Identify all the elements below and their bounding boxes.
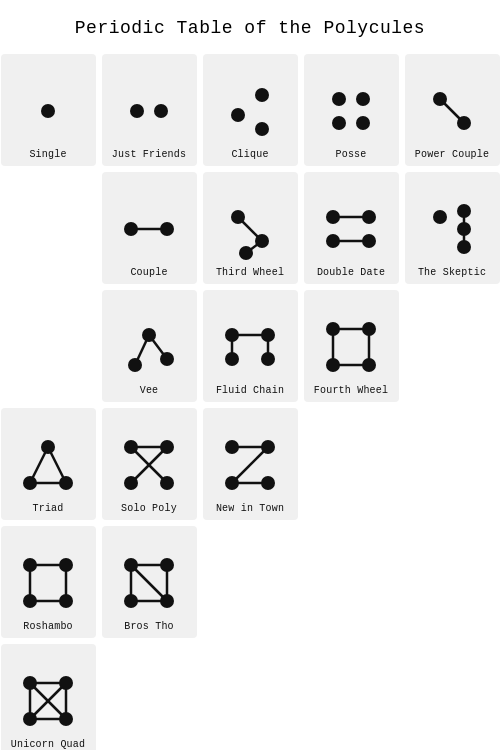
svg-point-62 [160,440,174,454]
diagram-power-couple [418,77,486,145]
cell-unicorn-quad: Unicorn Quad [1,644,96,750]
cell-vee: Vee [102,290,197,402]
diagram-vee [115,313,183,381]
cell-third-wheel: Third Wheel [203,172,298,284]
diagram-triad [14,431,82,499]
svg-point-48 [326,322,340,336]
svg-point-11 [433,92,447,106]
page-title: Periodic Table of the Polycules [75,18,425,38]
diagram-fourth-wheel [317,313,385,381]
svg-point-63 [124,476,138,490]
empty-r3c1 [1,290,96,402]
empty-r5c2 [405,408,500,520]
svg-point-40 [225,328,239,342]
label-bros-tho: Bros Tho [124,621,174,632]
cell-fourth-wheel: Fourth Wheel [304,290,399,402]
svg-point-1 [130,104,144,118]
diagram-new-in-town [216,431,284,499]
svg-point-3 [255,88,269,102]
svg-point-25 [326,234,340,248]
svg-point-23 [326,210,340,224]
diagram-couple [115,195,183,263]
svg-point-61 [124,440,138,454]
diagram-clique [216,77,284,145]
cell-the-skeptic: The Skeptic [405,172,500,284]
svg-point-79 [23,594,37,608]
empty-r6c1 [203,526,298,638]
svg-point-19 [255,234,269,248]
label-fluid-chain: Fluid Chain [216,385,284,396]
svg-point-57 [59,476,73,490]
label-third-wheel: Third Wheel [216,267,284,278]
cell-new-in-town: New in Town [203,408,298,520]
label-solo-poly: Solo Poly [121,503,177,514]
label-roshambo: Roshambo [23,621,73,632]
diagram-just-friends [115,77,183,145]
label-posse: Posse [335,149,366,160]
label-couple: Couple [130,267,167,278]
svg-point-69 [261,440,275,454]
svg-point-49 [362,322,376,336]
svg-point-18 [231,210,245,224]
svg-point-12 [457,116,471,130]
svg-point-85 [124,558,138,572]
cell-clique: Clique [203,54,298,166]
svg-line-84 [131,565,167,601]
empty-r4c1 [405,290,500,402]
cell-couple: Couple [102,172,197,284]
svg-point-51 [362,358,376,372]
cell-solo-poly: Solo Poly [102,408,197,520]
diagram-single [14,77,82,145]
cell-roshambo: Roshambo [1,526,96,638]
svg-point-20 [239,246,253,260]
label-double-date: Double Date [317,267,385,278]
svg-point-0 [41,104,55,118]
svg-point-97 [59,712,73,726]
svg-point-95 [23,676,37,690]
svg-point-78 [59,594,73,608]
empty-r2c1 [1,172,96,284]
svg-point-34 [142,328,156,342]
svg-point-8 [332,116,346,130]
cell-bros-tho: Bros Tho [102,526,197,638]
svg-point-7 [356,92,370,106]
label-clique: Clique [231,149,268,160]
svg-point-77 [59,558,73,572]
cell-single: Single [1,54,96,166]
label-unicorn-quad: Unicorn Quad [11,739,85,750]
svg-point-30 [457,222,471,236]
cell-power-couple: Power Couple [405,54,500,166]
svg-point-28 [433,210,447,224]
diagram-roshambo [14,549,82,617]
empty-r6c2 [304,526,399,638]
empty-r5c1 [304,408,399,520]
label-fourth-wheel: Fourth Wheel [314,385,388,396]
svg-point-35 [128,358,142,372]
svg-point-9 [356,116,370,130]
label-single: Single [29,149,66,160]
svg-point-42 [225,352,239,366]
cell-fluid-chain: Fluid Chain [203,290,298,402]
cell-triad: Triad [1,408,96,520]
diagram-the-skeptic [418,195,486,263]
diagram-solo-poly [115,431,183,499]
diagram-fluid-chain [216,313,284,381]
svg-point-15 [160,222,174,236]
diagram-unicorn-quad [14,667,82,735]
label-just-friends: Just Friends [112,149,186,160]
svg-point-88 [124,594,138,608]
svg-point-87 [160,594,174,608]
diagram-posse [317,77,385,145]
diagram-third-wheel [216,195,284,263]
svg-point-2 [154,104,168,118]
cell-just-friends: Just Friends [102,54,197,166]
svg-point-36 [160,352,174,366]
svg-point-56 [23,476,37,490]
svg-point-14 [124,222,138,236]
svg-point-76 [23,558,37,572]
diagram-double-date [317,195,385,263]
diagram-bros-tho [115,549,183,617]
svg-point-24 [362,210,376,224]
label-triad: Triad [32,503,63,514]
cell-posse: Posse [304,54,399,166]
